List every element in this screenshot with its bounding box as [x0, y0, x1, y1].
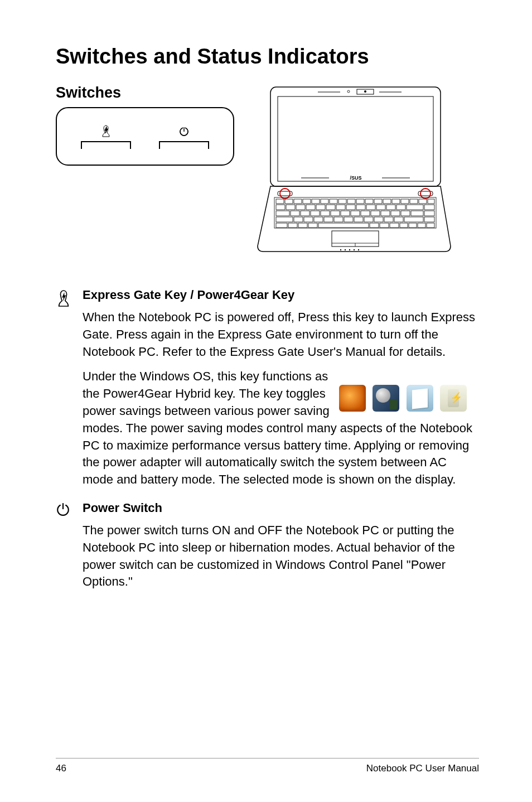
- svg-rect-28: [365, 199, 373, 204]
- svg-rect-53: [301, 211, 309, 216]
- feature-express-gate: Express Gate Key / Power4Gear Key When t…: [56, 288, 479, 496]
- svg-rect-36: [276, 205, 285, 210]
- svg-rect-34: [419, 199, 427, 204]
- svg-rect-32: [401, 199, 409, 204]
- svg-rect-37: [286, 205, 295, 210]
- svg-rect-88: [400, 223, 408, 228]
- switch-button-shape: [159, 141, 209, 149]
- power-icon: [178, 124, 190, 138]
- svg-rect-63: [401, 211, 410, 216]
- svg-rect-35: [428, 199, 434, 204]
- feature-paragraph: The power switch turns ON and OFF the No…: [83, 522, 479, 591]
- svg-rect-23: [321, 199, 328, 204]
- svg-rect-3: [270, 87, 441, 186]
- svg-rect-57: [341, 211, 350, 216]
- svg-rect-82: [298, 223, 307, 228]
- page-number: 46: [56, 763, 66, 774]
- svg-rect-40: [316, 205, 325, 210]
- svg-rect-56: [331, 211, 340, 216]
- svg-rect-39: [306, 205, 315, 210]
- svg-rect-84: [318, 223, 369, 228]
- lightning-person-icon: [100, 124, 112, 138]
- high-performance-mode-icon: [339, 385, 366, 412]
- svg-rect-79: [424, 217, 434, 222]
- entertainment-mode-icon: [373, 385, 399, 412]
- svg-rect-38: [296, 205, 305, 210]
- svg-rect-33: [410, 199, 418, 204]
- feature-title: Power Switch: [83, 501, 479, 515]
- svg-rect-20: [294, 199, 302, 204]
- svg-rect-98: [354, 249, 355, 250]
- svg-rect-87: [390, 223, 399, 228]
- laptop-diagram: /SUS: [251, 84, 460, 254]
- page-title: Switches and Status Indicators: [56, 45, 479, 69]
- svg-rect-31: [392, 199, 400, 204]
- svg-rect-47: [386, 205, 395, 210]
- svg-rect-99: [358, 249, 359, 250]
- svg-rect-48: [396, 205, 405, 210]
- svg-rect-70: [324, 217, 333, 222]
- quiet-office-mode-icon: [407, 385, 433, 412]
- svg-point-8: [364, 90, 366, 93]
- svg-rect-26: [347, 199, 355, 204]
- svg-rect-22: [312, 199, 320, 204]
- svg-rect-78: [404, 217, 423, 222]
- switch-button-shape: [81, 141, 131, 149]
- svg-rect-4: [278, 96, 433, 181]
- footer-label: Notebook PC User Manual: [366, 763, 479, 774]
- svg-rect-64: [411, 211, 423, 216]
- svg-rect-77: [394, 217, 403, 222]
- svg-rect-21: [303, 199, 311, 204]
- switches-panel: [56, 107, 234, 166]
- svg-rect-96: [345, 249, 346, 250]
- svg-rect-25: [338, 199, 346, 204]
- feature-title: Express Gate Key / Power4Gear Key: [83, 288, 479, 302]
- svg-rect-24: [330, 199, 337, 204]
- svg-rect-72: [344, 217, 353, 222]
- svg-rect-86: [380, 223, 389, 228]
- svg-rect-52: [291, 211, 299, 216]
- diagram-row: Switches: [56, 84, 479, 254]
- svg-rect-83: [308, 223, 317, 228]
- svg-rect-45: [366, 205, 375, 210]
- switches-heading: Switches: [56, 84, 234, 102]
- svg-rect-27: [356, 199, 364, 204]
- svg-rect-66: [276, 217, 293, 222]
- switches-block: Switches: [56, 84, 234, 166]
- svg-rect-41: [326, 205, 335, 210]
- lightning-person-icon: [56, 289, 71, 308]
- svg-rect-74: [364, 217, 373, 222]
- svg-rect-59: [361, 211, 370, 216]
- svg-rect-65: [424, 211, 434, 216]
- svg-rect-90: [418, 223, 425, 228]
- battery-saving-mode-icon: ⚡: [440, 385, 467, 412]
- svg-rect-97: [349, 249, 350, 250]
- svg-rect-50: [424, 205, 434, 210]
- svg-rect-61: [381, 211, 390, 216]
- svg-rect-43: [346, 205, 355, 210]
- svg-rect-54: [311, 211, 320, 216]
- svg-text:/SUS: /SUS: [350, 175, 361, 181]
- power-icon: [56, 502, 70, 516]
- svg-rect-51: [276, 211, 289, 216]
- svg-rect-29: [374, 199, 382, 204]
- feature-paragraph: When the Notebook PC is powered off, Pre…: [83, 309, 479, 360]
- svg-rect-44: [356, 205, 365, 210]
- svg-rect-91: [427, 223, 434, 228]
- svg-rect-85: [370, 223, 379, 228]
- svg-rect-71: [334, 217, 343, 222]
- svg-rect-67: [294, 217, 303, 222]
- svg-rect-58: [351, 211, 360, 216]
- svg-rect-76: [384, 217, 393, 222]
- svg-rect-60: [371, 211, 380, 216]
- svg-point-6: [347, 90, 350, 93]
- svg-rect-75: [374, 217, 383, 222]
- svg-rect-81: [288, 223, 297, 228]
- svg-rect-42: [336, 205, 345, 210]
- svg-rect-18: [276, 199, 284, 204]
- feature-list: Express Gate Key / Power4Gear Key When t…: [56, 288, 479, 598]
- svg-point-16: [420, 189, 431, 199]
- svg-rect-69: [314, 217, 323, 222]
- svg-point-14: [280, 189, 290, 199]
- svg-rect-30: [383, 199, 391, 204]
